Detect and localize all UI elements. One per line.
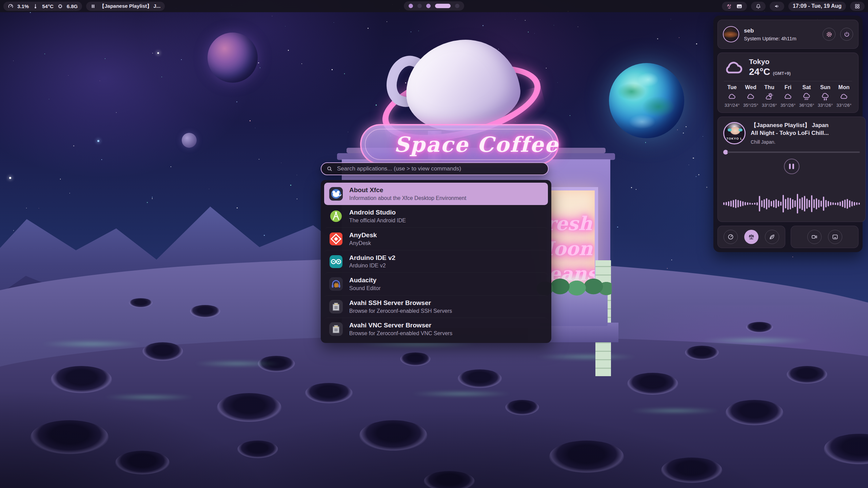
- app-title: Avahi VNC Server Browser: [349, 322, 452, 329]
- clock-pill[interactable]: 17:09 - Tue, 19 Aug: [788, 2, 846, 11]
- album-art: TOKYO L: [723, 122, 746, 144]
- search-icon: [327, 166, 333, 172]
- workspace-switcher: [404, 1, 464, 11]
- app-title: Audacity: [349, 277, 381, 284]
- username: seb: [744, 27, 818, 34]
- speaker-icon: [774, 3, 780, 9]
- bell-icon: [755, 3, 761, 9]
- forecast-row: Tue 33°/24° Wed 35°/25° Thu 33°/26° Fri: [724, 84, 852, 108]
- cloud-icon: [728, 92, 736, 101]
- performance-mode-button[interactable]: [724, 230, 738, 244]
- workspace-dot[interactable]: [409, 4, 413, 8]
- arduino-icon: [329, 254, 343, 269]
- cpu-temp-value: 54°C: [42, 3, 54, 9]
- workspace-dot[interactable]: [426, 4, 431, 8]
- balanced-mode-button[interactable]: [744, 230, 758, 244]
- power-button[interactable]: [840, 28, 853, 41]
- workspace-dot[interactable]: [417, 4, 422, 8]
- clock-text: 17:09 - Tue, 19 Aug: [793, 3, 842, 9]
- app-row-anydesk[interactable]: AnyDesk AnyDesk: [324, 227, 548, 250]
- app-title: AnyDesk: [349, 231, 377, 239]
- scales-icon: [748, 233, 755, 240]
- app-subtitle: AnyDesk: [349, 240, 377, 246]
- volume-pill[interactable]: [770, 2, 784, 11]
- settings-button[interactable]: [823, 28, 835, 41]
- app-search-bar[interactable]: [321, 162, 549, 175]
- forecast-day: Sun 33°/26°: [817, 84, 833, 108]
- android-studio-icon: [329, 209, 343, 224]
- gear-icon: [826, 31, 832, 38]
- cloud-icon: [840, 92, 848, 101]
- track-title: 【Japanese Playlist】 Japan All Night - To…: [751, 122, 831, 137]
- app-row-audacity[interactable]: Audacity Sound Editor: [324, 272, 548, 295]
- screen-record-button[interactable]: [807, 230, 822, 244]
- power-profile-card: [717, 226, 785, 248]
- app-row-avahi-ssh[interactable]: Avahi SSH Server Browser Browse for Zero…: [324, 295, 548, 318]
- app-title: About Xfce: [349, 186, 466, 194]
- app-results-list: About Xfce Information about the Xfce De…: [321, 180, 551, 343]
- screenshot-button[interactable]: [828, 230, 842, 244]
- top-bar: 3.1% 54°C 6.8G 【Japanese Playlist】 J...: [0, 0, 868, 12]
- album-art-text: TOKYO L: [724, 137, 745, 140]
- search-input[interactable]: [336, 165, 543, 172]
- divider: [724, 81, 852, 81]
- capture-card: [791, 226, 859, 248]
- chip-icon: [57, 3, 63, 9]
- audacity-icon: [329, 277, 343, 291]
- app-grid-pill[interactable]: [850, 2, 865, 11]
- video-camera-icon: [811, 233, 818, 240]
- wallpaper-icon[interactable]: [736, 3, 743, 9]
- xfce-mouse-icon: [329, 186, 343, 201]
- forecast-day: Tue 33°/24°: [724, 84, 740, 108]
- dashboard-panel: seb System Uptime: 4h11m Tokyo 24°C (GMT…: [713, 16, 863, 252]
- app-subtitle: Sound Editor: [349, 285, 381, 291]
- tray-pill: [722, 2, 747, 11]
- app-subtitle: Browse for Zeroconf-enabled VNC Servers: [349, 330, 452, 337]
- powersave-mode-button[interactable]: [765, 230, 779, 244]
- seek-track[interactable]: [727, 151, 860, 153]
- screenshot-icon: [832, 233, 839, 240]
- desktop: Fresh Moon Beans Space Coffee: [0, 0, 868, 488]
- app-title: Arduino IDE v2: [349, 254, 395, 262]
- weather-city: Tokyo: [749, 58, 791, 66]
- app-row-avahi-vnc[interactable]: Avahi VNC Server Browser Browse for Zero…: [324, 318, 548, 340]
- now-playing-pill[interactable]: 【Japanese Playlist】 J...: [86, 2, 165, 11]
- rain-cloud-icon: [802, 92, 811, 101]
- leaf-icon: [769, 233, 775, 240]
- cloud-icon: [724, 60, 744, 75]
- storm-cloud-icon: [821, 92, 830, 101]
- system-stats-pill: 3.1% 54°C 6.8G: [3, 2, 82, 11]
- workspace-dot[interactable]: [455, 4, 459, 8]
- weather-temp: 24°C: [749, 66, 770, 77]
- anydesk-icon: [329, 231, 343, 246]
- audio-visualizer: [723, 189, 860, 218]
- power-icon: [844, 31, 850, 38]
- play-pause-button[interactable]: [784, 159, 800, 174]
- gauge-icon: [727, 233, 734, 240]
- app-row-about-xfce[interactable]: About Xfce Information about the Xfce De…: [324, 183, 548, 205]
- pause-icon: [789, 164, 791, 169]
- cloud-icon: [784, 92, 792, 101]
- cloud-icon: [746, 92, 755, 101]
- app-title: Android Studio: [349, 209, 406, 217]
- workspace-dot-active[interactable]: [435, 4, 451, 8]
- track-subtitle: Chill Japan.: [751, 139, 831, 145]
- forecast-day: Fri 35°/26°: [780, 84, 796, 108]
- sun-cloud-icon: [765, 92, 774, 101]
- cpu-usage-value: 3.1%: [17, 3, 29, 9]
- app-row-android-studio[interactable]: Android Studio The official Android IDE: [324, 205, 548, 228]
- music-player-card: TOKYO L 【Japanese Playlist】 Japan All Ni…: [717, 117, 866, 222]
- forecast-day: Wed 35°/25°: [743, 84, 759, 108]
- notifications-pill[interactable]: [751, 2, 766, 11]
- forecast-day: Sat 36°/26°: [798, 84, 815, 108]
- weather-card: Tokyo 24°C (GMT+9) Tue 33°/24° Wed: [717, 53, 859, 113]
- user-card: seb System Uptime: 4h11m: [717, 20, 859, 49]
- tray-app-icon[interactable]: [726, 3, 732, 9]
- app-subtitle: The official Android IDE: [349, 218, 406, 224]
- pause-icon: [91, 4, 96, 9]
- weather-timezone: (GMT+9): [773, 71, 791, 76]
- network-port-icon: [329, 322, 343, 337]
- app-row-arduino[interactable]: Arduino IDE v2 Arduino IDE v2: [324, 250, 548, 273]
- forecast-day: Thu 33°/26°: [761, 84, 777, 108]
- seek-bar[interactable]: [723, 150, 860, 155]
